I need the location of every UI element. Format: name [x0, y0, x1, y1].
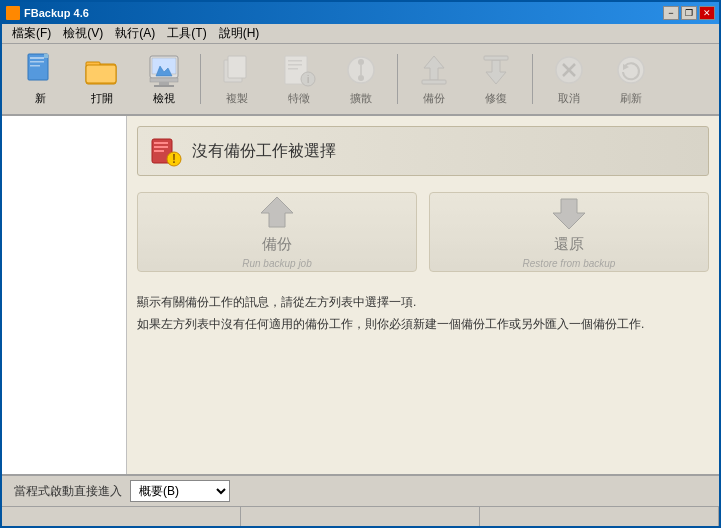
open-label: 打開: [91, 91, 113, 106]
view-icon: [146, 52, 182, 88]
menu-bar: 檔案(F) 檢視(V) 執行(A) 工具(T) 說明(H): [2, 24, 719, 44]
cancel-icon: [551, 52, 587, 88]
svg-marker-42: [261, 197, 293, 227]
close-button[interactable]: ✕: [699, 6, 715, 20]
svg-rect-2: [30, 61, 44, 63]
app-icon: [6, 6, 20, 20]
svg-text:i: i: [307, 74, 309, 85]
cancel-button[interactable]: 取消: [539, 49, 599, 109]
duplicate-label: 複製: [226, 91, 248, 106]
refresh-button[interactable]: 刷新: [601, 49, 661, 109]
menu-tools[interactable]: 工具(T): [161, 23, 212, 44]
svg-rect-37: [154, 142, 168, 144]
cancel-label: 取消: [558, 91, 580, 106]
svg-rect-39: [154, 150, 164, 152]
restore-label: 修復: [485, 91, 507, 106]
info-text: 顯示有關備份工作的訊息，請從左方列表中選擇一項. 如果左方列表中沒有任何適用的備…: [137, 292, 709, 335]
svg-marker-27: [424, 56, 444, 80]
svg-point-25: [358, 75, 364, 81]
status-bar: [2, 506, 719, 526]
main-window: FBackup 4.6 − ❐ ✕ 檔案(F) 檢視(V) 執行(A) 工具(T…: [0, 0, 721, 528]
menu-help[interactable]: 說明(H): [213, 23, 266, 44]
backup-button[interactable]: 備份: [404, 49, 464, 109]
svg-rect-1: [30, 57, 44, 59]
status-segment-1: [2, 507, 241, 526]
toolbar-sep-2: [397, 54, 398, 104]
content-panel: ! 沒有備份工作被選擇 備份 Run backup job: [127, 116, 719, 474]
svg-rect-16: [228, 56, 246, 78]
status-segment-3: [480, 507, 719, 526]
view-button[interactable]: 檢視: [134, 49, 194, 109]
duplicate-button[interactable]: 複製: [207, 49, 267, 109]
backup-up-arrow-icon: [257, 195, 297, 231]
spread-label: 擴散: [350, 91, 372, 106]
new-icon: [22, 52, 58, 88]
properties-label: 特徵: [288, 91, 310, 106]
svg-rect-11: [150, 78, 178, 82]
svg-text:!: !: [172, 152, 176, 166]
sidebar: [2, 116, 127, 474]
svg-rect-8: [86, 65, 116, 83]
title-bar-left: FBackup 4.6: [6, 6, 89, 20]
no-job-icon: !: [150, 135, 182, 167]
svg-rect-13: [154, 85, 174, 87]
main-area: ! 沒有備份工作被選擇 備份 Run backup job: [2, 116, 719, 474]
new-label: 新: [35, 91, 46, 106]
status-segment-2: [241, 507, 480, 526]
restore-action-sublabel: Restore from backup: [523, 258, 616, 269]
refresh-label: 刷新: [620, 91, 642, 106]
minimize-button[interactable]: −: [663, 6, 679, 20]
menu-view[interactable]: 檢視(V): [57, 23, 109, 44]
open-icon: [84, 52, 120, 88]
svg-rect-30: [484, 56, 508, 60]
properties-button[interactable]: i 特徵: [269, 49, 329, 109]
bottom-label: 當程式啟動直接進入: [14, 483, 122, 500]
refresh-icon: [613, 52, 649, 88]
no-job-header: ! 沒有備份工作被選擇: [137, 126, 709, 176]
open-button[interactable]: 打開: [72, 49, 132, 109]
svg-rect-19: [288, 64, 302, 66]
spread-icon: [343, 52, 379, 88]
restore-action-button[interactable]: 還原 Restore from backup: [429, 192, 709, 272]
svg-rect-28: [422, 80, 446, 84]
svg-marker-29: [486, 60, 506, 84]
svg-rect-5: [44, 54, 48, 58]
backup-action-sublabel: Run backup job: [242, 258, 312, 269]
backup-action-label: 備份: [262, 235, 292, 254]
window-controls: − ❐ ✕: [663, 6, 715, 20]
svg-rect-12: [159, 82, 169, 85]
svg-rect-3: [30, 65, 40, 67]
spread-button[interactable]: 擴散: [331, 49, 391, 109]
svg-marker-43: [553, 199, 585, 229]
title-bar: FBackup 4.6 − ❐ ✕: [2, 2, 719, 24]
backup-label: 備份: [423, 91, 445, 106]
info-line-1: 顯示有關備份工作的訊息，請從左方列表中選擇一項.: [137, 292, 709, 314]
no-job-title: 沒有備份工作被選擇: [192, 141, 336, 162]
svg-rect-18: [288, 60, 302, 62]
backup-icon-toolbar: [416, 52, 452, 88]
restore-button[interactable]: ❐: [681, 6, 697, 20]
menu-file[interactable]: 檔案(F): [6, 23, 57, 44]
svg-rect-20: [288, 68, 298, 70]
action-buttons: 備份 Run backup job 還原 Restore from backup: [137, 192, 709, 272]
toolbar: 新 打開: [2, 44, 719, 116]
view-label: 檢視: [153, 91, 175, 106]
restore-icon-toolbar: [478, 52, 514, 88]
svg-rect-38: [154, 146, 168, 148]
new-button[interactable]: 新: [10, 49, 70, 109]
menu-run[interactable]: 執行(A): [109, 23, 161, 44]
svg-point-24: [358, 59, 364, 65]
info-line-2: 如果左方列表中沒有任何適用的備份工作，則你必須新建一個備份工作或另外匯入一個備份…: [137, 314, 709, 336]
restore-down-arrow-icon: [549, 195, 589, 231]
properties-icon: i: [281, 52, 317, 88]
bottom-bar: 當程式啟動直接進入 概要(B) 備份工作 日誌: [2, 474, 719, 506]
toolbar-sep-3: [532, 54, 533, 104]
backup-action-button[interactable]: 備份 Run backup job: [137, 192, 417, 272]
duplicate-icon: [219, 52, 255, 88]
window-title: FBackup 4.6: [24, 7, 89, 19]
restore-button[interactable]: 修復: [466, 49, 526, 109]
toolbar-sep-1: [200, 54, 201, 104]
startup-select[interactable]: 概要(B) 備份工作 日誌: [130, 480, 230, 502]
restore-action-label: 還原: [554, 235, 584, 254]
